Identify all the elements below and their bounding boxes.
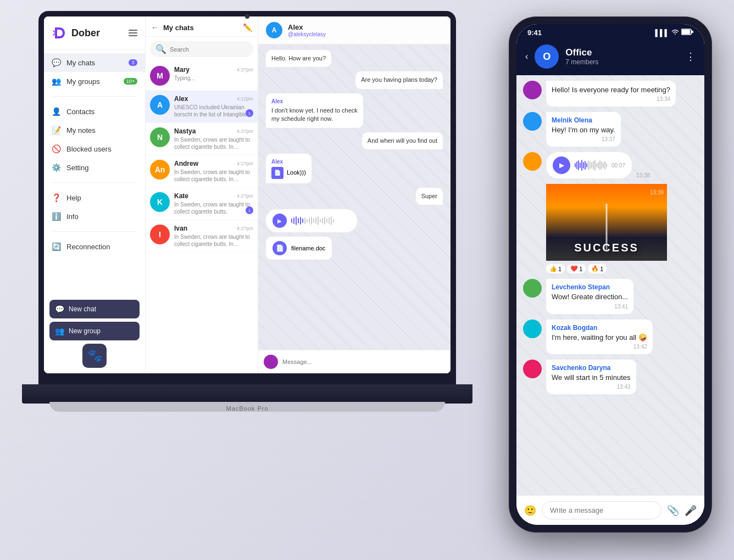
phone-time: 9:41 [527,29,542,37]
sidebar-item-blocked-users[interactable]: Blocked users [44,139,145,158]
chat-unread-badge-4: 1 [246,206,253,214]
sidebar-label-settings: Setting [66,164,137,172]
sidebar-item-settings[interactable]: Setting [44,158,145,177]
sidebar-item-reconnection[interactable]: Reconnection [44,237,145,256]
new-chat-label: New chat [69,305,96,313]
mic-icon[interactable]: 🎤 [685,505,697,517]
phone-more-button[interactable]: ⋮ [686,51,696,63]
sidebar-section-4: Reconnection [44,234,145,259]
chat-item-0[interactable]: MMary4:27pmTyping... [146,61,258,91]
phone-message-input[interactable] [542,501,661,519]
phone-sender-5: Levchenko Stepan [552,283,628,291]
laptop-device: Dober My chats 3 My groups 10+ [22,11,472,538]
chat-window-avatar: A [266,22,282,38]
chat-avatar-5: I [150,225,170,244]
chat-info-0: Mary4:27pmTyping... [174,66,253,82]
phone-status-bar: 9:41 ▌▌▌ [516,24,704,40]
search-bar[interactable]: 🔍 [150,41,253,57]
new-group-label: New group [69,327,101,335]
attach-icon[interactable]: 📎 [667,505,679,517]
chat-item-2[interactable]: NNastya4:27pmIn Sweden, crows are taught… [146,123,258,155]
phone-bubble-5: Levchenko Stepan Wow! Greate direction..… [546,279,633,313]
phone-back-button[interactable]: ‹ [525,52,528,61]
phone-msg-time-5: 13:41 [552,304,628,310]
svg-rect-15 [324,217,325,225]
audio-waveform [291,215,346,226]
sidebar-label-contacts: Contacts [66,108,137,116]
svg-rect-18 [331,216,332,225]
chat-window-name: Alex [288,23,326,31]
chat-preview-3: In Sweden, crows are taught to collect c… [174,169,253,183]
phone-avatar-6 [523,320,542,338]
sidebar-label-reconnection: Reconnection [66,243,137,251]
success-text: SUCCESS [574,242,639,254]
svg-rect-16 [326,219,327,223]
msg-sender-3: Alex [271,98,358,105]
audio-play-button[interactable]: ▶ [273,214,287,228]
phone-play-button[interactable]: ▶ [553,156,570,174]
svg-rect-21 [682,30,690,34]
chat-preview-4: In Sweden, crows are taught to collect c… [174,201,253,215]
chat-item-4[interactable]: KKate4:27pmIn Sweden, crows are taught t… [146,188,258,220]
sidebar-item-info[interactable]: Info [44,207,145,226]
phone-msg-2: Melnik Olena Hey! I'm on my way. 13:37 [523,112,698,147]
sidebar-item-my-notes[interactable]: My notes [44,121,145,139]
chat-time-4: 4:27pm [237,193,253,199]
phone-body: 9:41 ▌▌▌ [509,16,712,533]
phone-avatar-3 [523,152,542,171]
sidebar-item-my-groups[interactable]: My groups 10+ [44,72,145,91]
chat-avatar-1: A [150,95,170,115]
hamburger-icon[interactable] [129,30,137,36]
sidebar-label-blocked-users: Blocked users [66,145,137,153]
chat-item-1[interactable]: AAlex4:12pmUNESCO included Ukrainian bor… [146,91,258,123]
phone-msg-7: Savchenko Daryna We will start in 5 minu… [523,360,698,394]
new-group-button[interactable]: New group [49,322,140,340]
sidebar-section-3: Help Info [44,185,145,229]
msg-4: And when will you find out [362,132,443,149]
reaction-fire[interactable]: 🔥 1 [588,264,607,273]
reaction-thumbs[interactable]: 👍 1 [546,264,565,273]
chat-item-3[interactable]: AnAndrew4:27pmIn Sweden, crows are taugh… [146,155,258,188]
logo-text: Dober [71,27,100,39]
group-icon [52,76,61,86]
new-chat-edit-icon[interactable]: ✏️ [243,23,252,32]
setting-icon [52,163,61,172]
chat-name-2: Nastya [174,127,196,135]
phone-msg-text-2: Hey! I'm on my way. [552,125,615,135]
phone-msg-time-1: 13:34 [552,96,670,102]
paw-button[interactable]: 🐾 [82,344,107,368]
phone-msg-time-6: 13:42 [552,344,647,350]
search-input[interactable] [170,46,248,53]
phone-avatar-7 [523,360,542,378]
image-timestamp: 13:39 [650,189,664,195]
msg-text-1: Hello. How are you? [271,54,326,63]
app-sidebar: Dober My chats 3 My groups 10+ [44,16,146,373]
back-button[interactable]: ← [151,23,159,32]
sidebar-item-contacts[interactable]: Contacts [44,102,145,121]
message-input[interactable] [282,359,445,365]
sidebar-item-help[interactable]: Help [44,188,145,207]
chat-input-bar [258,350,451,373]
phone-chat-header: ‹ O Office 7 members ⋮ [516,40,704,75]
sidebar-bottom-actions: New chat New group 🐾 [44,294,145,373]
search-icon: 🔍 [155,44,166,54]
chat-time-1: 4:12pm [237,96,253,102]
msg-text-3: I don't know yet. I need to check my sch… [271,107,358,124]
reaction-heart[interactable]: ❤️ 1 [567,264,586,273]
input-avatar [264,355,278,369]
phone-audio-time: 13:38 [636,172,650,178]
new-chat-button[interactable]: New chat [49,300,140,318]
chat-icon [52,58,61,68]
phone-input-bar: 🙂 📎 🎤 [516,495,704,525]
emoji-icon[interactable]: 🙂 [524,505,536,517]
sidebar-item-my-chats[interactable]: My chats 3 [44,53,145,72]
sidebar-label-my-groups: My groups [66,77,118,86]
svg-rect-19 [333,219,334,222]
svg-rect-17 [329,217,330,224]
sidebar-label-my-notes: My notes [66,126,137,135]
msg-6: Super [416,188,443,205]
chat-item-5[interactable]: IIvan4:27pmIn Sweden, crows are taught t… [146,220,258,253]
phone-device: 9:41 ▌▌▌ [509,16,712,533]
phone-avatar-5 [523,279,542,298]
svg-rect-11 [315,217,316,224]
